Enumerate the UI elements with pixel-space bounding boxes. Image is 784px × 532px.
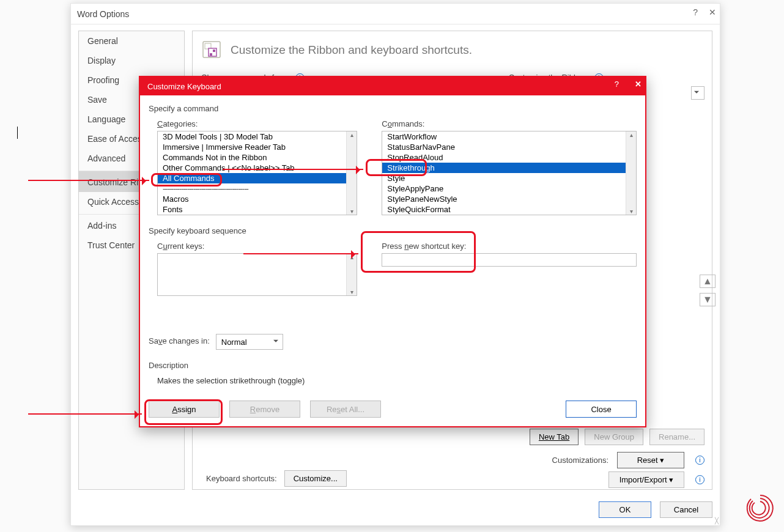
command-item[interactable]: StatusBarNavPane (382, 142, 636, 152)
current-keys-listbox[interactable] (157, 253, 357, 296)
scrollbar[interactable] (346, 254, 357, 295)
command-item[interactable]: StartWorkflow (382, 131, 636, 142)
press-new-shortcut-label: Press new shortcut key: (382, 242, 637, 251)
category-item[interactable]: Other Commands | <<No label>> Tab (158, 163, 357, 173)
new-group-button[interactable]: New Group (585, 429, 643, 445)
command-item[interactable]: StopReadAloud (382, 152, 636, 163)
description-label: Description (149, 361, 637, 370)
save-changes-select[interactable]: Normal (216, 334, 283, 350)
customize-keyboard-dialog: Customize Keyboard ? ✕ Specify a command… (139, 76, 646, 427)
arrow-to-strikethrough (223, 169, 363, 170)
dialog-help-icon[interactable]: ? (615, 79, 619, 89)
sidebar-item-general[interactable]: General (79, 31, 184, 51)
scrollbar[interactable] (346, 131, 357, 215)
remove-button[interactable]: Remove (229, 401, 300, 418)
categories-listbox[interactable]: 3D Model Tools | 3D Model Tab Immersive … (157, 131, 357, 215)
command-item[interactable]: StyleApplyPane (382, 183, 636, 194)
specify-command-label: Specify a command (149, 104, 637, 113)
resize-grip-icon[interactable]: ╳ (715, 517, 719, 524)
dialog-close-icon[interactable]: ✕ (635, 79, 642, 89)
dialog-title: Customize Keyboard (147, 82, 221, 91)
current-keys-label: Current keys: (157, 242, 357, 251)
category-item[interactable]: Macros (158, 194, 357, 204)
page-heading: Customize the Ribbon and keyboard shortc… (231, 43, 472, 57)
close-icon[interactable]: ✕ (709, 7, 716, 17)
ok-button[interactable]: OK (599, 501, 651, 518)
scrollbar[interactable] (626, 131, 636, 215)
help-icon[interactable]: ? (693, 7, 698, 17)
word-options-title: Word Options (77, 9, 129, 19)
reset-button[interactable]: Reset ▾ (617, 452, 684, 468)
ribbon-customize-icon (201, 40, 222, 61)
info-icon[interactable]: i (695, 456, 704, 465)
category-item-selected[interactable]: All Commands (158, 173, 357, 183)
category-item[interactable]: 3D Model Tools | 3D Model Tab (158, 131, 357, 142)
svg-rect-4 (213, 50, 215, 52)
customize-button[interactable]: Customize... (284, 470, 347, 487)
arrow-to-press-new (243, 253, 358, 254)
categories-label: CCategories:ategories: (157, 119, 357, 128)
specify-sequence-label: Specify keyboard sequence (149, 226, 637, 235)
commands-label: Commands: (382, 119, 637, 128)
category-item[interactable]: Fonts (158, 204, 357, 215)
cancel-button[interactable]: Cancel (660, 501, 712, 518)
sidebar-item-display[interactable]: Display (79, 51, 184, 70)
command-item[interactable]: StyleQuickFormat (382, 204, 636, 215)
close-button[interactable]: Close (566, 401, 637, 418)
move-up-button[interactable]: ▲ (700, 275, 716, 288)
keyboard-shortcuts-label: Keyboard shortcuts: (206, 474, 277, 483)
brand-logo-icon (745, 493, 775, 523)
new-tab-button[interactable]: New Tab (530, 429, 579, 445)
move-down-button[interactable]: ▼ (700, 293, 716, 306)
commands-listbox[interactable]: StartWorkflow StatusBarNavPane StopReadA… (382, 131, 637, 215)
svg-rect-2 (209, 48, 216, 56)
customizations-label: Customizations: (552, 456, 608, 465)
description-text: Makes the selection strikethrough (toggl… (149, 376, 637, 385)
arrow-to-assign (28, 413, 142, 415)
svg-rect-3 (210, 53, 212, 56)
rename-button[interactable]: Rename... (649, 429, 704, 445)
command-item-selected[interactable]: Strikethrough (382, 163, 636, 173)
import-export-button[interactable]: Import/Export ▾ (608, 471, 684, 488)
assign-button[interactable]: AAssignssign (149, 401, 220, 418)
command-item[interactable]: Style (382, 173, 636, 183)
customize-ribbon-dropdown[interactable] (691, 86, 704, 100)
category-item[interactable]: Commands Not in the Ribbon (158, 152, 357, 163)
word-options-titlebar: Word Options ? ✕ (71, 4, 720, 24)
save-changes-label: Save changes in: (149, 336, 210, 345)
text-cursor (17, 127, 18, 139)
category-item[interactable]: Immersive | Immersive Reader Tab (158, 142, 357, 152)
info-icon[interactable]: i (695, 475, 704, 484)
customize-keyboard-titlebar: Customize Keyboard ? ✕ (140, 77, 645, 95)
category-separator: ----------------------------------------… (158, 183, 357, 194)
new-shortcut-input[interactable] (382, 253, 637, 267)
arrow-to-all-commands (28, 180, 149, 181)
reset-all-button[interactable]: Reset All... (310, 401, 381, 418)
command-item[interactable]: StylePaneNewStyle (382, 194, 636, 204)
